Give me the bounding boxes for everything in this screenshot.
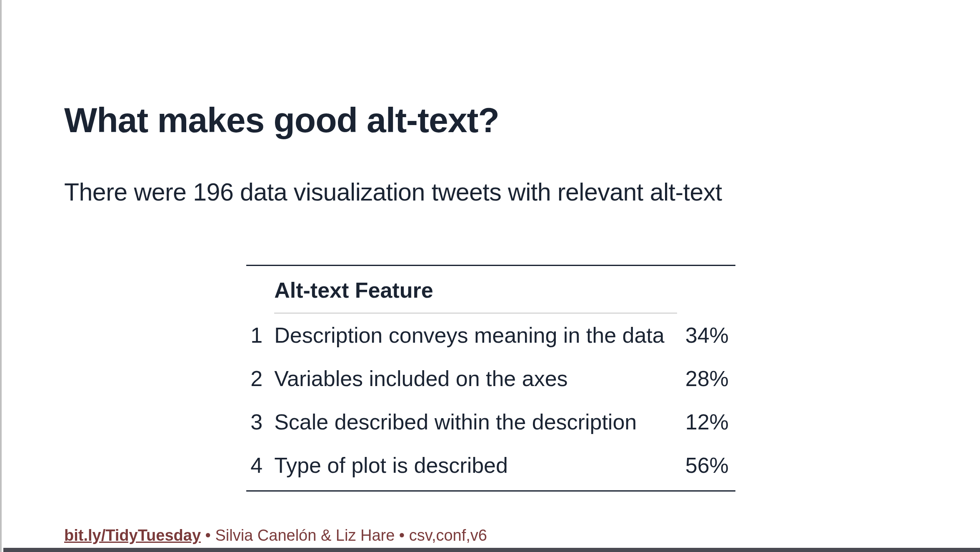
table-row: 3 Scale described within the description… — [246, 400, 735, 444]
table-cell-num: 3 — [246, 400, 274, 444]
slide-footer: bit.ly/TidyTuesday • Silvia Canelón & Li… — [64, 527, 487, 544]
table-row: 2 Variables included on the axes 28% — [246, 357, 735, 400]
table-row: 1 Description conveys meaning in the dat… — [246, 313, 735, 357]
table-cell-feature: Variables included on the axes — [274, 357, 677, 400]
slide-title: What makes good alt-text? — [64, 100, 918, 141]
table-cell-pct: 12% — [677, 400, 735, 444]
alt-text-feature-table: Alt-text Feature 1 Description conveys m… — [246, 265, 735, 492]
footer-credits: • Silvia Canelón & Liz Hare • csv,conf,v… — [201, 527, 487, 544]
slide-subtitle: There were 196 data visualization tweets… — [64, 178, 918, 206]
table-header-feature: Alt-text Feature — [274, 266, 677, 314]
slide-container: What makes good alt-text? There were 196… — [0, 0, 980, 552]
table-cell-pct: 34% — [677, 313, 735, 357]
table-cell-pct: 28% — [677, 357, 735, 400]
table-header-row: Alt-text Feature — [246, 266, 735, 314]
table-header-num — [246, 266, 274, 314]
table-cell-pct: 56% — [677, 444, 735, 491]
table-cell-feature: Type of plot is described — [274, 444, 677, 491]
footer-link[interactable]: bit.ly/TidyTuesday — [64, 527, 201, 544]
table-wrapper: Alt-text Feature 1 Description conveys m… — [64, 265, 918, 492]
table-row: 4 Type of plot is described 56% — [246, 444, 735, 491]
table-cell-feature: Description conveys meaning in the data — [274, 313, 677, 357]
table-cell-num: 4 — [246, 444, 274, 491]
table-cell-num: 1 — [246, 313, 274, 357]
table-cell-num: 2 — [246, 357, 274, 400]
table-cell-feature: Scale described within the description — [274, 400, 677, 444]
bottom-progress-bar — [3, 548, 980, 552]
table-header-pct — [677, 266, 735, 314]
